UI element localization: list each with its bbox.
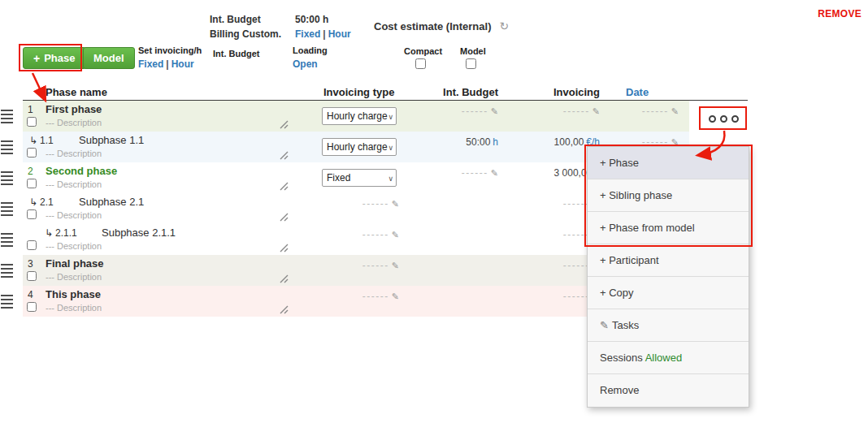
set-invoicing-fixed-link[interactable]: Fixed bbox=[138, 58, 163, 70]
int-budget-field[interactable]: ------✎ bbox=[405, 167, 498, 179]
model-button[interactable]: Model bbox=[83, 47, 135, 69]
phase-number: 4 bbox=[28, 289, 33, 300]
date-field[interactable]: ------✎ bbox=[585, 106, 679, 117]
phase-description[interactable]: --- Description bbox=[46, 149, 102, 158]
menu-item-add-participant[interactable]: + Participant bbox=[588, 244, 749, 277]
drag-handle-icon[interactable] bbox=[1, 171, 13, 185]
menu-item-add-copy[interactable]: + Copy bbox=[588, 277, 749, 309]
remove-link[interactable]: REMOVE bbox=[818, 8, 861, 19]
invoicing-type-field[interactable]: ------✎ bbox=[322, 291, 399, 302]
invoicing-type-field[interactable]: ------✎ bbox=[322, 260, 399, 271]
pencil-icon: ✎ bbox=[392, 230, 399, 240]
invoicing-field[interactable]: 3 000,00€ bbox=[506, 167, 600, 179]
circle-icon bbox=[731, 115, 739, 123]
billing-fixed-link[interactable]: Fixed bbox=[295, 28, 320, 40]
pencil-icon: ✎ bbox=[392, 261, 399, 270]
phase-checkbox[interactable] bbox=[27, 179, 37, 188]
phase-name[interactable]: Second phase bbox=[46, 165, 117, 177]
set-invoicing-hour-link[interactable]: Hour bbox=[171, 58, 194, 70]
compact-checkbox[interactable] bbox=[415, 58, 426, 69]
menu-item-remove[interactable]: Remove bbox=[588, 374, 749, 407]
resize-grip-icon[interactable] bbox=[280, 241, 289, 256]
int-budget-field[interactable]: ------✎ bbox=[405, 106, 498, 117]
row-actions-button[interactable] bbox=[704, 110, 743, 127]
invoicing-type-select[interactable]: Fixed∨ bbox=[322, 169, 397, 187]
menu-item-add-phase[interactable]: + Phase bbox=[588, 147, 749, 179]
phase-checkbox[interactable] bbox=[27, 240, 37, 250]
phase-checkbox[interactable] bbox=[27, 209, 37, 219]
pencil-icon: ✎ bbox=[491, 168, 498, 178]
phase-name[interactable]: Subphase 2.1.1 bbox=[102, 227, 176, 239]
header-phase-name: Phase name bbox=[46, 86, 107, 98]
budget-unit[interactable]: h bbox=[493, 136, 498, 148]
invoicing-field[interactable]: ------✎ bbox=[506, 260, 600, 271]
refresh-icon[interactable]: ↻ bbox=[499, 19, 509, 32]
subphase-arrow-icon: ↳ bbox=[29, 196, 37, 208]
drag-handle-icon[interactable] bbox=[1, 233, 13, 247]
invoicing-field[interactable]: ------✎ bbox=[506, 198, 600, 209]
add-phase-button[interactable]: +Phase bbox=[23, 47, 86, 69]
invoicing-type-select[interactable]: Hourly charge∨ bbox=[322, 138, 397, 156]
phase-name[interactable]: First phase bbox=[46, 103, 102, 115]
chevron-down-icon: ∨ bbox=[388, 170, 393, 187]
phase-number: 1 bbox=[28, 104, 33, 115]
int-budget-field[interactable]: 50:00h bbox=[405, 136, 498, 148]
cost-estimate-heading: Cost estimate (Internal)↻ bbox=[374, 19, 509, 32]
invoicing-field[interactable]: ------✎ bbox=[506, 291, 600, 302]
drag-handle-icon[interactable] bbox=[1, 264, 13, 278]
phase-checkbox[interactable] bbox=[27, 117, 37, 127]
drag-handle-icon[interactable] bbox=[1, 295, 13, 309]
int-budget-summary-label: Int. Budget bbox=[210, 14, 295, 25]
phase-checkbox[interactable] bbox=[27, 148, 37, 158]
phase-description[interactable]: --- Description bbox=[46, 241, 102, 251]
phase-name[interactable]: Subphase 1.1 bbox=[79, 134, 144, 146]
header-invoicing: Invoicing bbox=[506, 86, 600, 98]
invoicing-field[interactable]: ------✎ bbox=[506, 229, 600, 240]
invoicing-type-field[interactable]: ------✎ bbox=[322, 229, 399, 240]
model-checkbox[interactable] bbox=[466, 58, 476, 69]
phase-description[interactable]: --- Description bbox=[46, 272, 102, 282]
resize-grip-icon[interactable] bbox=[280, 179, 289, 194]
menu-item-sessions-label: Sessions bbox=[600, 352, 643, 364]
menu-item-sessions[interactable]: Sessions Allowed bbox=[588, 342, 749, 374]
phase-checkbox[interactable] bbox=[27, 271, 37, 281]
billing-separator: | bbox=[320, 28, 328, 40]
circle-icon bbox=[709, 115, 716, 123]
table-header: Phase name Invoicing type Int. Budget In… bbox=[23, 84, 748, 101]
drag-handle-icon[interactable] bbox=[1, 140, 13, 154]
menu-item-tasks[interactable]: ✎Tasks bbox=[588, 309, 749, 342]
phase-checkbox[interactable] bbox=[27, 302, 37, 312]
phase-description[interactable]: --- Description bbox=[46, 210, 102, 220]
circle-icon bbox=[720, 115, 727, 123]
pencil-icon: ✎ bbox=[392, 291, 399, 301]
pencil-icon: ✎ bbox=[671, 106, 679, 116]
menu-item-add-sibling-phase[interactable]: + Sibling phase bbox=[588, 179, 749, 212]
invoicing-type-field[interactable]: ------✎ bbox=[322, 198, 399, 209]
chevron-down-icon: ∨ bbox=[388, 140, 393, 156]
phase-name[interactable]: This phase bbox=[46, 288, 101, 300]
set-invoicing-separator: | bbox=[163, 58, 171, 70]
drag-handle-icon[interactable] bbox=[1, 202, 13, 216]
phase-description[interactable]: --- Description bbox=[46, 118, 102, 127]
chevron-down-icon: ∨ bbox=[388, 109, 393, 125]
resize-grip-icon[interactable] bbox=[280, 303, 289, 317]
header-date[interactable]: Date bbox=[626, 86, 649, 98]
header-invoicing-type: Invoicing type bbox=[323, 86, 394, 98]
cost-estimate-label: Cost estimate (Internal) bbox=[374, 20, 491, 32]
invoicing-type-select[interactable]: Hourly charge∨ bbox=[322, 107, 397, 125]
phase-name[interactable]: Subphase 2.1 bbox=[79, 196, 144, 208]
phase-description[interactable]: --- Description bbox=[46, 303, 102, 313]
billing-hour-link[interactable]: Hour bbox=[328, 28, 351, 40]
loading-open-link[interactable]: Open bbox=[293, 58, 318, 70]
subphase-arrow-icon: ↳ bbox=[45, 227, 53, 239]
resize-grip-icon[interactable] bbox=[280, 210, 289, 225]
drag-handle-icon[interactable] bbox=[1, 110, 13, 123]
subphase-arrow-icon: ↳ bbox=[29, 135, 37, 146]
resize-grip-icon[interactable] bbox=[280, 149, 289, 163]
add-phase-button-label: Phase bbox=[44, 52, 75, 64]
phase-name[interactable]: Final phase bbox=[46, 257, 104, 270]
menu-item-add-phase-from-model[interactable]: + Phase from model bbox=[588, 212, 749, 244]
resize-grip-icon[interactable] bbox=[280, 118, 289, 132]
phase-description[interactable]: --- Description bbox=[46, 179, 102, 189]
resize-grip-icon[interactable] bbox=[280, 272, 289, 287]
